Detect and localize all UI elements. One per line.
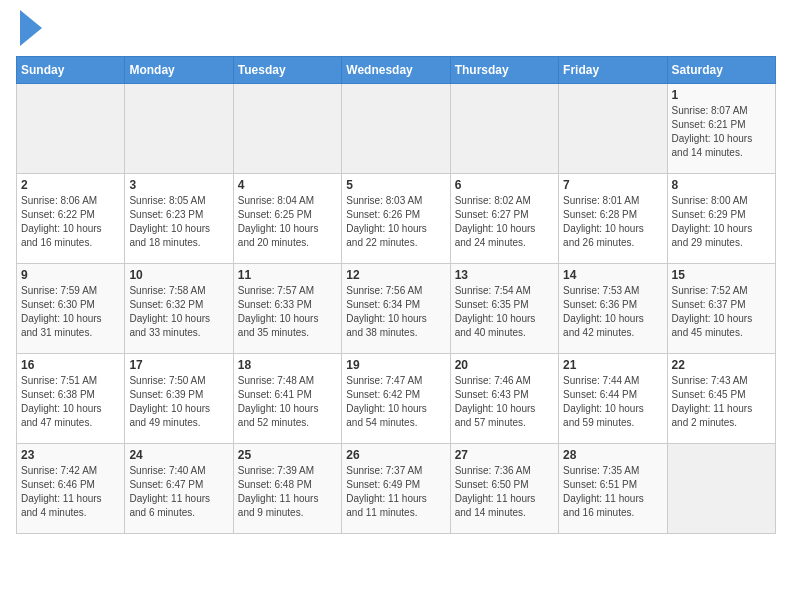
calendar-cell: 4Sunrise: 8:04 AM Sunset: 6:25 PM Daylig… bbox=[233, 174, 341, 264]
day-number: 1 bbox=[672, 88, 771, 102]
day-info: Sunrise: 7:46 AM Sunset: 6:43 PM Dayligh… bbox=[455, 374, 554, 430]
calendar-cell: 13Sunrise: 7:54 AM Sunset: 6:35 PM Dayli… bbox=[450, 264, 558, 354]
calendar-cell: 10Sunrise: 7:58 AM Sunset: 6:32 PM Dayli… bbox=[125, 264, 233, 354]
day-info: Sunrise: 8:05 AM Sunset: 6:23 PM Dayligh… bbox=[129, 194, 228, 250]
day-number: 5 bbox=[346, 178, 445, 192]
day-header-sunday: Sunday bbox=[17, 57, 125, 84]
calendar-cell: 25Sunrise: 7:39 AM Sunset: 6:48 PM Dayli… bbox=[233, 444, 341, 534]
day-number: 14 bbox=[563, 268, 662, 282]
day-number: 18 bbox=[238, 358, 337, 372]
calendar-cell: 6Sunrise: 8:02 AM Sunset: 6:27 PM Daylig… bbox=[450, 174, 558, 264]
calendar-cell: 27Sunrise: 7:36 AM Sunset: 6:50 PM Dayli… bbox=[450, 444, 558, 534]
calendar-cell bbox=[125, 84, 233, 174]
day-header-thursday: Thursday bbox=[450, 57, 558, 84]
calendar-cell: 2Sunrise: 8:06 AM Sunset: 6:22 PM Daylig… bbox=[17, 174, 125, 264]
day-info: Sunrise: 7:57 AM Sunset: 6:33 PM Dayligh… bbox=[238, 284, 337, 340]
day-info: Sunrise: 7:56 AM Sunset: 6:34 PM Dayligh… bbox=[346, 284, 445, 340]
calendar-cell bbox=[559, 84, 667, 174]
calendar-cell: 8Sunrise: 8:00 AM Sunset: 6:29 PM Daylig… bbox=[667, 174, 775, 264]
day-number: 2 bbox=[21, 178, 120, 192]
day-info: Sunrise: 8:04 AM Sunset: 6:25 PM Dayligh… bbox=[238, 194, 337, 250]
calendar-cell: 16Sunrise: 7:51 AM Sunset: 6:38 PM Dayli… bbox=[17, 354, 125, 444]
day-number: 23 bbox=[21, 448, 120, 462]
day-info: Sunrise: 7:35 AM Sunset: 6:51 PM Dayligh… bbox=[563, 464, 662, 520]
day-info: Sunrise: 7:39 AM Sunset: 6:48 PM Dayligh… bbox=[238, 464, 337, 520]
day-info: Sunrise: 7:47 AM Sunset: 6:42 PM Dayligh… bbox=[346, 374, 445, 430]
day-number: 27 bbox=[455, 448, 554, 462]
day-number: 17 bbox=[129, 358, 228, 372]
calendar-week-1: 1Sunrise: 8:07 AM Sunset: 6:21 PM Daylig… bbox=[17, 84, 776, 174]
day-info: Sunrise: 7:44 AM Sunset: 6:44 PM Dayligh… bbox=[563, 374, 662, 430]
calendar-cell: 26Sunrise: 7:37 AM Sunset: 6:49 PM Dayli… bbox=[342, 444, 450, 534]
day-info: Sunrise: 7:43 AM Sunset: 6:45 PM Dayligh… bbox=[672, 374, 771, 430]
day-number: 21 bbox=[563, 358, 662, 372]
day-number: 12 bbox=[346, 268, 445, 282]
day-info: Sunrise: 8:01 AM Sunset: 6:28 PM Dayligh… bbox=[563, 194, 662, 250]
day-number: 28 bbox=[563, 448, 662, 462]
calendar-cell: 12Sunrise: 7:56 AM Sunset: 6:34 PM Dayli… bbox=[342, 264, 450, 354]
day-number: 19 bbox=[346, 358, 445, 372]
day-header-wednesday: Wednesday bbox=[342, 57, 450, 84]
calendar-week-3: 9Sunrise: 7:59 AM Sunset: 6:30 PM Daylig… bbox=[17, 264, 776, 354]
day-number: 9 bbox=[21, 268, 120, 282]
day-info: Sunrise: 7:50 AM Sunset: 6:39 PM Dayligh… bbox=[129, 374, 228, 430]
day-info: Sunrise: 8:07 AM Sunset: 6:21 PM Dayligh… bbox=[672, 104, 771, 160]
day-number: 6 bbox=[455, 178, 554, 192]
day-info: Sunrise: 7:53 AM Sunset: 6:36 PM Dayligh… bbox=[563, 284, 662, 340]
calendar-cell bbox=[450, 84, 558, 174]
day-info: Sunrise: 8:06 AM Sunset: 6:22 PM Dayligh… bbox=[21, 194, 120, 250]
day-info: Sunrise: 8:00 AM Sunset: 6:29 PM Dayligh… bbox=[672, 194, 771, 250]
day-header-friday: Friday bbox=[559, 57, 667, 84]
day-info: Sunrise: 8:03 AM Sunset: 6:26 PM Dayligh… bbox=[346, 194, 445, 250]
calendar-cell: 28Sunrise: 7:35 AM Sunset: 6:51 PM Dayli… bbox=[559, 444, 667, 534]
calendar-cell: 21Sunrise: 7:44 AM Sunset: 6:44 PM Dayli… bbox=[559, 354, 667, 444]
day-info: Sunrise: 7:51 AM Sunset: 6:38 PM Dayligh… bbox=[21, 374, 120, 430]
calendar-cell bbox=[233, 84, 341, 174]
calendar-cell: 22Sunrise: 7:43 AM Sunset: 6:45 PM Dayli… bbox=[667, 354, 775, 444]
day-header-monday: Monday bbox=[125, 57, 233, 84]
calendar-cell bbox=[17, 84, 125, 174]
day-number: 20 bbox=[455, 358, 554, 372]
day-info: Sunrise: 7:37 AM Sunset: 6:49 PM Dayligh… bbox=[346, 464, 445, 520]
calendar-table: SundayMondayTuesdayWednesdayThursdayFrid… bbox=[16, 56, 776, 534]
calendar-cell: 9Sunrise: 7:59 AM Sunset: 6:30 PM Daylig… bbox=[17, 264, 125, 354]
calendar-cell: 15Sunrise: 7:52 AM Sunset: 6:37 PM Dayli… bbox=[667, 264, 775, 354]
calendar-cell bbox=[667, 444, 775, 534]
day-info: Sunrise: 7:59 AM Sunset: 6:30 PM Dayligh… bbox=[21, 284, 120, 340]
day-number: 22 bbox=[672, 358, 771, 372]
logo bbox=[16, 16, 42, 46]
day-number: 15 bbox=[672, 268, 771, 282]
day-number: 16 bbox=[21, 358, 120, 372]
day-number: 10 bbox=[129, 268, 228, 282]
calendar-cell: 17Sunrise: 7:50 AM Sunset: 6:39 PM Dayli… bbox=[125, 354, 233, 444]
day-info: Sunrise: 7:42 AM Sunset: 6:46 PM Dayligh… bbox=[21, 464, 120, 520]
day-info: Sunrise: 7:36 AM Sunset: 6:50 PM Dayligh… bbox=[455, 464, 554, 520]
day-info: Sunrise: 7:40 AM Sunset: 6:47 PM Dayligh… bbox=[129, 464, 228, 520]
page-header bbox=[16, 16, 776, 46]
day-info: Sunrise: 7:48 AM Sunset: 6:41 PM Dayligh… bbox=[238, 374, 337, 430]
day-info: Sunrise: 8:02 AM Sunset: 6:27 PM Dayligh… bbox=[455, 194, 554, 250]
day-number: 25 bbox=[238, 448, 337, 462]
day-info: Sunrise: 7:54 AM Sunset: 6:35 PM Dayligh… bbox=[455, 284, 554, 340]
calendar-cell: 18Sunrise: 7:48 AM Sunset: 6:41 PM Dayli… bbox=[233, 354, 341, 444]
calendar-cell: 7Sunrise: 8:01 AM Sunset: 6:28 PM Daylig… bbox=[559, 174, 667, 264]
logo-arrow bbox=[20, 10, 42, 46]
calendar-week-2: 2Sunrise: 8:06 AM Sunset: 6:22 PM Daylig… bbox=[17, 174, 776, 264]
day-header-saturday: Saturday bbox=[667, 57, 775, 84]
calendar-cell: 1Sunrise: 8:07 AM Sunset: 6:21 PM Daylig… bbox=[667, 84, 775, 174]
calendar-cell: 14Sunrise: 7:53 AM Sunset: 6:36 PM Dayli… bbox=[559, 264, 667, 354]
calendar-cell: 5Sunrise: 8:03 AM Sunset: 6:26 PM Daylig… bbox=[342, 174, 450, 264]
calendar-week-5: 23Sunrise: 7:42 AM Sunset: 6:46 PM Dayli… bbox=[17, 444, 776, 534]
calendar-cell: 11Sunrise: 7:57 AM Sunset: 6:33 PM Dayli… bbox=[233, 264, 341, 354]
day-number: 13 bbox=[455, 268, 554, 282]
day-number: 24 bbox=[129, 448, 228, 462]
calendar-cell: 3Sunrise: 8:05 AM Sunset: 6:23 PM Daylig… bbox=[125, 174, 233, 264]
calendar-cell: 23Sunrise: 7:42 AM Sunset: 6:46 PM Dayli… bbox=[17, 444, 125, 534]
calendar-cell bbox=[342, 84, 450, 174]
day-header-tuesday: Tuesday bbox=[233, 57, 341, 84]
day-info: Sunrise: 7:58 AM Sunset: 6:32 PM Dayligh… bbox=[129, 284, 228, 340]
calendar-cell: 20Sunrise: 7:46 AM Sunset: 6:43 PM Dayli… bbox=[450, 354, 558, 444]
day-number: 7 bbox=[563, 178, 662, 192]
day-number: 4 bbox=[238, 178, 337, 192]
day-number: 8 bbox=[672, 178, 771, 192]
